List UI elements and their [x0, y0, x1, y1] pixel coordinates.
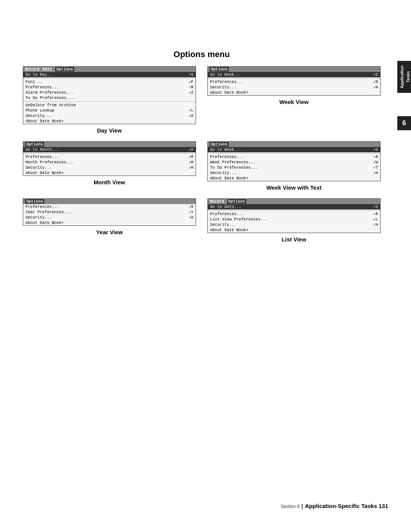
year-view-title: Year View	[23, 229, 196, 235]
year-header-options[interactable]: Options	[25, 199, 44, 204]
week-text-view-title: Week View with Text	[207, 184, 381, 191]
month-menu-item-0[interactable]: Go to Month... ✓O	[23, 147, 196, 152]
page-title: Options menu	[23, 50, 381, 59]
month-view-title: Month View	[23, 179, 196, 185]
footer-title: Application-Specific Tasks	[305, 503, 377, 509]
week-view-section: Options Go to Week... ✓O Preferences... …	[207, 66, 381, 134]
list-menu-item-3[interactable]: Security... ✓H	[208, 222, 380, 227]
list-divider-1	[208, 210, 380, 211]
year-menu-item-2[interactable]: Security... ✓H	[23, 215, 196, 220]
main-content: Options menu Record Edit Options Go to D…	[23, 50, 381, 250]
menus-grid: Record Edit Options Go to Day... ✓O Font…	[23, 66, 381, 250]
list-header-options[interactable]: Options	[227, 199, 246, 204]
week-text-menu-item-0[interactable]: Go to Week... ✓O	[208, 147, 380, 152]
side-tab-text1: Application	[400, 66, 404, 88]
month-menu-item-1[interactable]: Preferences... ✓R	[23, 154, 196, 160]
side-tab-text2: Tasks	[406, 71, 410, 83]
page: Application Tasks 6 Options menu Record …	[0, 0, 411, 532]
side-tab-number: 6	[397, 116, 411, 130]
week-menu-item-0[interactable]: Go to Week... ✓O	[208, 72, 380, 77]
day-menu-item-8[interactable]: About Date Book+	[23, 118, 196, 124]
day-menu-item-5[interactable]: UnDelete from Archive	[23, 102, 196, 108]
day-divider-2	[23, 101, 196, 102]
list-menu-item-4[interactable]: About Date Book+	[208, 227, 380, 233]
week-menu-item-3[interactable]: About Date Book+	[208, 90, 380, 95]
week-text-menu-item-3[interactable]: To Do Preferences... ✓T	[208, 165, 380, 170]
day-view-section: Record Edit Options Go to Day... ✓O Font…	[23, 66, 196, 134]
list-header-record[interactable]: Record	[210, 199, 224, 204]
week-view-title: Week View	[207, 99, 381, 105]
footer-line: Section 6 Application-Specific Tasks 131	[280, 503, 388, 509]
day-divider-1	[23, 78, 196, 78]
day-header-edit[interactable]: Edit	[43, 67, 52, 72]
month-view-section: Options Go to Month... ✓O Preferences...…	[23, 141, 196, 191]
month-divider-1	[23, 153, 196, 153]
month-menu-item-3[interactable]: Security... ✓H	[23, 165, 196, 170]
list-view-menu: Record Options Go to Date... ✓O Preferen…	[207, 198, 381, 233]
month-menu-item-2[interactable]: Month Preferences... ✓M	[23, 160, 196, 165]
year-menu-item-0[interactable]: Preferences... ✓R	[23, 204, 196, 209]
week-divider-1	[208, 78, 380, 78]
list-menu-item-1[interactable]: Preferences... ✓R	[208, 211, 380, 217]
footer-section-label: Section 6	[280, 504, 303, 509]
footer: Section 6 Application-Specific Tasks 131	[280, 503, 388, 509]
month-view-menu: Options Go to Month... ✓O Preferences...…	[23, 141, 196, 176]
footer-page: 131	[379, 503, 388, 509]
week-text-divider-1	[208, 153, 380, 153]
list-menu-item-0[interactable]: Go to Date... ✓O	[208, 204, 380, 209]
week-menu-item-2[interactable]: Security... ✓H	[208, 85, 380, 90]
week-text-view-section: Options Go to Week... ✓O Preferences... …	[207, 141, 381, 191]
day-menu-item-6[interactable]: Phone Lookup ✓L	[23, 108, 196, 113]
day-menu-item-3[interactable]: Alarm Preferences... ✓Z	[23, 90, 196, 95]
day-menu-item-7[interactable]: Security... ✓H	[23, 113, 196, 118]
year-view-section: Options Preferences... ✓R Year Preferenc…	[23, 198, 196, 243]
month-header-options[interactable]: Options	[25, 142, 44, 147]
day-menu-item-4[interactable]: To Do Preferences...	[23, 95, 196, 101]
week-text-view-header: Options	[208, 142, 380, 147]
week-header-options[interactable]: Options	[210, 67, 229, 72]
year-view-menu: Options Preferences... ✓R Year Preferenc…	[23, 198, 196, 226]
day-header-record[interactable]: Record	[25, 67, 40, 72]
list-view-section: Record Options Go to Date... ✓O Preferen…	[207, 198, 381, 243]
week-menu-item-1[interactable]: Preferences... ✓R	[208, 79, 380, 85]
week-view-menu: Options Go to Week... ✓O Preferences... …	[207, 66, 381, 96]
list-view-header: Record Options	[208, 199, 380, 204]
year-menu-item-1[interactable]: Year Preferences... ✓Y	[23, 209, 196, 215]
month-menu-item-4[interactable]: About Date Book+	[23, 170, 196, 176]
week-text-menu-item-1[interactable]: Preferences... ✓R	[208, 154, 380, 160]
week-text-view-menu: Options Go to Week... ✓O Preferences... …	[207, 141, 381, 181]
list-view-title: List View	[207, 236, 381, 243]
day-menu-item-1[interactable]: Font... ✓F	[23, 79, 196, 85]
week-text-header-options[interactable]: Options	[210, 142, 229, 147]
day-view-menu: Record Edit Options Go to Day... ✓O Font…	[23, 66, 196, 124]
day-view-header: Record Edit Options	[23, 67, 196, 72]
month-view-header: Options	[23, 142, 196, 147]
year-menu-item-3[interactable]: About Date Book+	[23, 220, 196, 225]
day-menu-item-2[interactable]: Preferences... ✓R	[23, 85, 196, 90]
side-tab: Application Tasks	[397, 61, 411, 93]
week-text-menu-item-4[interactable]: Security... ✓H	[208, 170, 380, 176]
day-menu-item-0[interactable]: Go to Day... ✓O	[23, 72, 196, 77]
week-text-menu-item-5[interactable]: About Date Book+	[208, 176, 380, 181]
week-view-header: Options	[208, 67, 380, 72]
year-view-header: Options	[23, 199, 196, 204]
day-header-options[interactable]: Options	[55, 67, 74, 72]
day-view-title: Day View	[23, 127, 196, 134]
list-menu-item-2[interactable]: List View Preferences... ✓L	[208, 217, 380, 222]
week-text-menu-item-2[interactable]: Week Preferences... ✓W	[208, 160, 380, 165]
